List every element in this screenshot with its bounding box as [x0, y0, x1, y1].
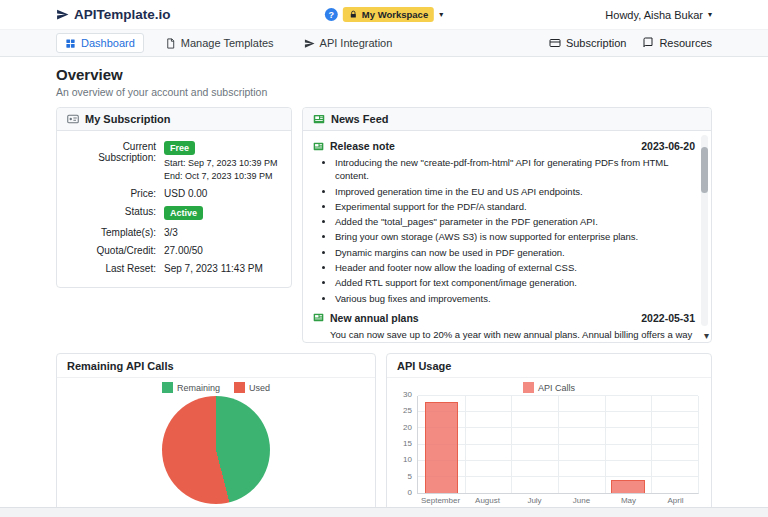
tab-api-integration[interactable]: API Integration	[295, 33, 402, 53]
news-bullet: Improved generation time in the EU and U…	[335, 185, 695, 198]
chevron-down-icon: ▾	[708, 10, 712, 19]
bar-y-axis: 051015202530	[395, 396, 417, 494]
tab-dashboard[interactable]: Dashboard	[56, 33, 144, 53]
newspaper-icon	[313, 312, 324, 323]
bar-column	[651, 396, 698, 493]
bar-columns	[418, 396, 698, 493]
bar-september	[425, 402, 459, 493]
bar-column	[511, 396, 558, 493]
pie-chart-body: RemainingUsed	[57, 378, 375, 510]
y-tick-label: 0	[408, 489, 412, 497]
news-item-title: Release note	[330, 140, 395, 152]
news-bullet: Added the "total_pages" parameter in the…	[335, 215, 695, 228]
news-item: Release note 2023-06-20 Introducing the …	[313, 140, 695, 305]
field-value: 3/3	[164, 227, 283, 238]
price-row: Price: USD 0.00	[65, 188, 283, 199]
bar-chart-body: API Calls 051015202530 SeptemberAugustJu…	[387, 378, 711, 510]
last-reset-row: Last Reset: Sep 7, 2023 11:43 PM	[65, 263, 283, 274]
templates-row: Template(s): 3/3	[65, 227, 283, 238]
plan-badge: Free	[164, 141, 195, 155]
nav-links: Subscription Resources	[549, 37, 712, 49]
chevron-down-icon: ▾	[439, 10, 443, 19]
news-item-head: Release note 2023-06-20	[313, 140, 695, 152]
workspace-badge[interactable]: My Workspace	[343, 7, 434, 22]
news-bullet: Dynamic margins can now be used in PDF g…	[335, 246, 695, 259]
news-bullet: Header and footer now allow the loading …	[335, 261, 695, 274]
brand-name: APITemplate.io	[74, 7, 171, 22]
x-axis-label: June	[558, 494, 605, 507]
news-bullet: Various bug fixes and improvements.	[335, 292, 695, 305]
y-tick-label: 20	[403, 424, 412, 432]
news-bullet: Experimental support for the PDF/A stand…	[335, 200, 695, 213]
news-bullet-list: Introducing the new "create-pdf-from-htm…	[335, 156, 695, 305]
field-label: Current Subscription:	[65, 141, 164, 181]
main-nav: Dashboard Manage Templates API Integrati…	[0, 30, 768, 57]
bar-column	[605, 396, 652, 493]
legend-swatch	[234, 382, 245, 393]
current-subscription-row: Current Subscription: Free Start: Sep 7,…	[65, 141, 283, 181]
news-bullet: Introducing the new "create-pdf-from-htm…	[335, 156, 695, 183]
y-tick-label: 30	[403, 391, 412, 399]
pie-chart-title: Remaining API Calls	[57, 354, 375, 378]
legend-item-api-calls[interactable]: API Calls	[523, 382, 575, 393]
subscription-start: Start: Sep 7, 2023 10:39 PM	[164, 158, 283, 168]
tab-manage-templates[interactable]: Manage Templates	[156, 33, 283, 53]
subscription-end: End: Oct 7, 2023 10:39 PM	[164, 171, 283, 181]
legend-swatch	[162, 382, 173, 393]
bar-legend: API Calls	[395, 382, 703, 393]
quota-row: Quota/Credit: 27.00/50	[65, 245, 283, 256]
nav-subscription[interactable]: Subscription	[549, 37, 627, 49]
main-content: Overview An overview of your account and…	[0, 57, 768, 507]
card-title: News Feed	[331, 113, 388, 125]
user-greeting: Howdy, Aisha Bukar	[605, 9, 703, 21]
field-label: Template(s):	[65, 227, 164, 238]
bar-column	[558, 396, 605, 493]
nav-resources[interactable]: Resources	[642, 37, 712, 49]
page-footer	[0, 507, 768, 517]
news-text: You can now save up to 20% a year with n…	[330, 329, 692, 342]
bar-column	[465, 396, 512, 493]
scrollbar-track[interactable]	[701, 135, 708, 326]
field-value: Active	[164, 206, 283, 220]
my-subscription-card: My Subscription Current Subscription: Fr…	[56, 107, 292, 288]
tab-label: Dashboard	[81, 37, 135, 49]
api-usage-card: API Usage API Calls 051015202530 Septemb…	[386, 353, 712, 511]
bar-plot	[417, 396, 699, 494]
user-menu[interactable]: Howdy, Aisha Bukar ▾	[605, 9, 712, 21]
workspace-switcher[interactable]: ? My Workspace ▾	[325, 7, 443, 22]
x-axis-label: April	[652, 494, 699, 507]
bar-chart-title: API Usage	[387, 354, 711, 378]
scroll-down-arrow[interactable]: ▾	[704, 330, 709, 342]
brand-logo[interactable]: APITemplate.io	[56, 7, 171, 22]
workspace-label: My Workspace	[362, 9, 428, 20]
legend-item-used[interactable]: Used	[234, 382, 270, 393]
newspaper-icon	[313, 141, 324, 152]
status-row: Status: Active	[65, 206, 283, 220]
help-icon[interactable]: ?	[325, 8, 338, 21]
bar-plot-wrap: 051015202530	[395, 396, 703, 494]
my-subscription-body: Current Subscription: Free Start: Sep 7,…	[57, 131, 291, 287]
x-axis-label: May	[605, 494, 652, 507]
paper-plane-icon	[304, 38, 315, 49]
paper-plane-icon	[56, 8, 69, 21]
nav-link-label: Subscription	[566, 37, 627, 49]
news-item: New annual plans 2022-05-31 You can now …	[313, 312, 695, 342]
dashboard-grid-icon	[65, 38, 76, 49]
field-value: 27.00/50	[164, 245, 283, 256]
scrollbar-thumb[interactable]	[701, 147, 708, 193]
field-label: Price:	[65, 188, 164, 199]
news-feed-body[interactable]: Release note 2023-06-20 Introducing the …	[303, 131, 711, 342]
top-row: My Subscription Current Subscription: Fr…	[56, 107, 712, 343]
credit-card-icon	[549, 37, 561, 49]
bar-x-labels: SeptemberAugustJulyJuneMayApril	[417, 494, 703, 507]
field-label: Status:	[65, 206, 164, 220]
page-subtitle: An overview of your account and subscrip…	[56, 86, 712, 98]
field-label: Quota/Credit:	[65, 245, 164, 256]
y-tick-label: 25	[403, 407, 412, 415]
y-tick-label: 10	[403, 456, 412, 464]
remaining-api-calls-card: Remaining API Calls RemainingUsed	[56, 353, 376, 511]
lock-icon	[349, 10, 358, 19]
page-title: Overview	[56, 66, 712, 83]
nav-link-label: Resources	[659, 37, 712, 49]
legend-item-remaining[interactable]: Remaining	[162, 382, 220, 393]
